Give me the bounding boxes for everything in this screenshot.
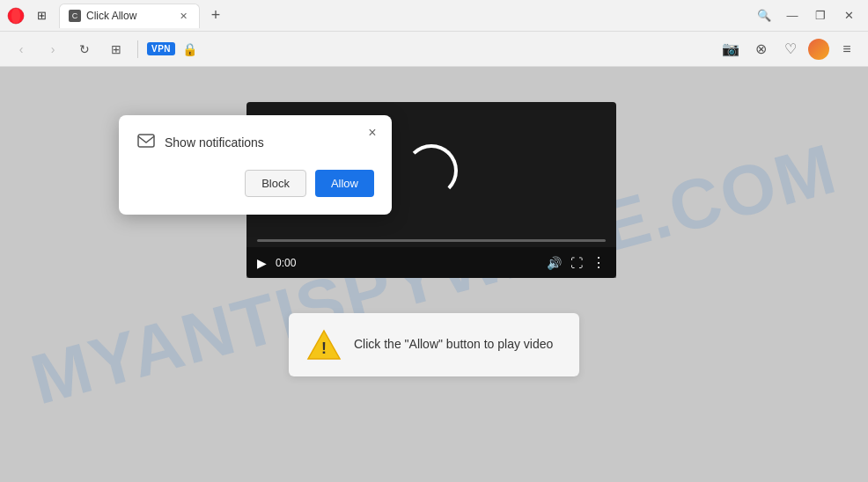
permission-icon [136,133,156,152]
svg-text:!: ! [321,340,327,357]
warning-text: Click the "Allow" button to play video [354,336,553,354]
refresh-button[interactable]: ↻ [72,37,97,62]
popup-close-button[interactable]: × [364,124,381,142]
block-button[interactable]: Block [245,170,306,197]
popup-permission-text: Show notifications [165,135,264,150]
fullscreen-icon[interactable]: ⛶ [570,256,583,270]
search-button[interactable]: 🔍 [752,4,776,28]
tabs-bar: C Click Allow ✕ + [59,4,752,28]
address-bar: ‹ › ↻ ⊞ VPN 🔒 📷 ⊗ ♡ ≡ [0,32,868,67]
warning-triangle-icon: ! [306,327,342,362]
maximize-button[interactable]: ❐ [808,4,833,28]
tab-title: Click Allow [86,10,171,22]
active-tab[interactable]: C Click Allow ✕ [59,4,200,28]
svg-rect-3 [138,135,154,147]
video-menu-icon[interactable]: ⋮ [592,254,606,271]
warning-box: ! Click the "Allow" button to play video [289,313,579,376]
close-circle-icon[interactable]: ⊗ [748,37,773,62]
popup-header: Show notifications [136,133,374,152]
video-progress-bar[interactable] [257,239,606,242]
time-display: 0:00 [276,257,296,269]
video-controls: ▶ 0:00 🔊 ⛶ ⋮ [246,247,616,278]
menu-icon[interactable]: ≡ [835,37,859,62]
window-controls: 🔍 — ❐ ✕ [752,4,861,28]
address-bar-right: 📷 ⊗ ♡ ≡ [718,37,859,62]
page-content: MYANTISPYWARE.COM ▶ 0:00 🔊 ⛶ ⋮ × [0,67,868,482]
wallet-icon[interactable] [808,39,829,60]
svg-point-1 [11,8,20,24]
camera-icon[interactable]: 📷 [718,37,743,62]
volume-icon[interactable]: 🔊 [547,256,562,270]
forward-button[interactable]: › [40,37,65,62]
opera-logo-icon[interactable] [7,7,25,25]
browser-window: ⊞ C Click Allow ✕ + 🔍 — ❐ ✕ ‹ › ↻ ⊞ VPN … [0,0,868,482]
loading-spinner-icon [405,144,458,197]
tabs-button[interactable]: ⊞ [104,37,129,62]
vpn-badge[interactable]: VPN [147,42,175,55]
lock-icon: 🔒 [182,42,197,56]
heart-icon[interactable]: ♡ [778,37,803,62]
back-button[interactable]: ‹ [9,37,33,62]
tab-favicon-icon: C [69,10,81,22]
allow-button[interactable]: Allow [315,170,374,197]
menu-button[interactable]: ⊞ [32,7,52,24]
notification-popup: × Show notifications Block Allow [119,115,392,215]
title-bar: ⊞ C Click Allow ✕ + 🔍 — ❐ ✕ [0,0,868,32]
minimize-button[interactable]: — [780,4,805,28]
new-tab-button[interactable]: + [203,4,228,28]
title-bar-left: ⊞ [7,7,52,25]
tab-close-button[interactable]: ✕ [176,9,190,23]
play-button[interactable]: ▶ [257,256,267,270]
popup-buttons: Block Allow [136,170,374,197]
close-button[interactable]: ✕ [836,4,861,28]
